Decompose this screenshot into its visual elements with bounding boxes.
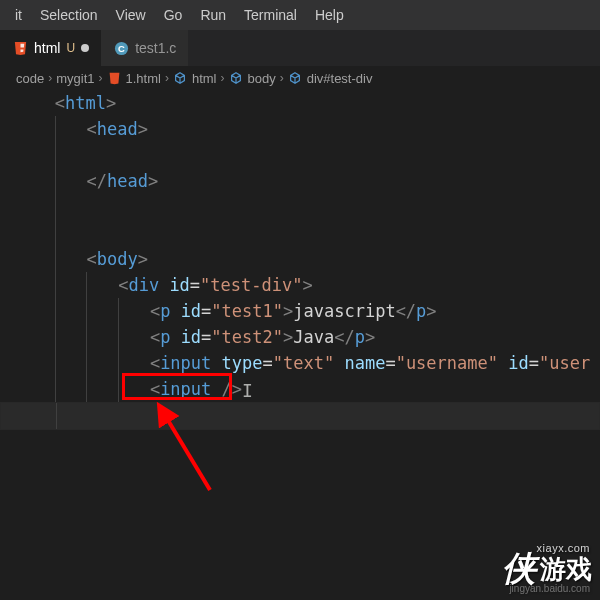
crumb-file[interactable]: 1.html [126, 71, 161, 86]
code-line [24, 220, 600, 246]
html-file-icon [12, 40, 28, 56]
watermark-url: xiayx.com [537, 542, 590, 554]
code-line: <div id="test-div"> [24, 272, 600, 298]
watermark-sub: jingyan.baidu.com [509, 583, 590, 594]
chevron-right-icon: › [280, 71, 284, 85]
symbol-icon [228, 71, 243, 86]
menu-view[interactable]: View [107, 0, 155, 30]
crumb-folder[interactable]: code [16, 71, 44, 86]
watermark: xiayx.com 侠 游戏 jingyan.baidu.com [502, 546, 592, 592]
tab-label: test1.c [135, 40, 176, 56]
chevron-right-icon: › [48, 71, 52, 85]
svg-text:C: C [118, 43, 125, 53]
menu-terminal[interactable]: Terminal [235, 0, 306, 30]
html-file-icon [107, 71, 122, 86]
menu-selection[interactable]: Selection [31, 0, 107, 30]
unsaved-dot-icon [81, 44, 89, 52]
symbol-icon [173, 71, 188, 86]
c-file-icon: C [113, 40, 129, 56]
chevron-right-icon: › [99, 71, 103, 85]
code-line [24, 194, 600, 220]
chevron-right-icon: › [165, 71, 169, 85]
git-modified-badge: U [66, 41, 75, 55]
crumb-symbol[interactable]: body [247, 71, 275, 86]
menubar: it Selection View Go Run Terminal Help [0, 0, 600, 30]
chevron-right-icon: › [220, 71, 224, 85]
code-line: <head> [24, 116, 600, 142]
code-line: <p id="test1">javascript</p> [24, 298, 600, 324]
crumb-folder[interactable]: mygit1 [56, 71, 94, 86]
text-cursor-icon: I [242, 380, 253, 401]
code-line [24, 142, 600, 168]
watermark-text: 游戏 [540, 552, 592, 587]
code-line: </head> [24, 168, 600, 194]
code-line: <input />I [24, 376, 600, 402]
menu-help[interactable]: Help [306, 0, 353, 30]
crumb-symbol[interactable]: html [192, 71, 217, 86]
code-line [0, 402, 600, 430]
code-line: <p id="test2">Java</p> [24, 324, 600, 350]
menu-go[interactable]: Go [155, 0, 192, 30]
code-line: <body> [24, 246, 600, 272]
crumb-symbol[interactable]: div#test-div [307, 71, 373, 86]
tab-bar: html U C test1.c [0, 30, 600, 66]
menu-edit-partial[interactable]: it [6, 0, 31, 30]
tab-html[interactable]: html U [0, 30, 101, 66]
tab-label: html [34, 40, 60, 56]
code-line: <input type="text" name="username" id="u… [24, 350, 600, 376]
code-editor[interactable]: <html> <head> </head> <body> <div id="te… [0, 90, 600, 430]
symbol-icon [288, 71, 303, 86]
menu-run[interactable]: Run [191, 0, 235, 30]
tab-test1c[interactable]: C test1.c [101, 30, 188, 66]
breadcrumbs: code › mygit1 › 1.html › html › body › d… [0, 66, 600, 90]
code-line: <html> [24, 90, 600, 116]
